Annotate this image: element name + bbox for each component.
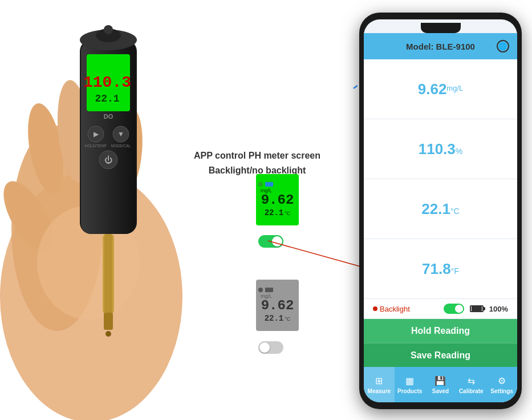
do-meter-device: 110.3 22.1 DO ▶ ▼ HOLD/TEMP MODE/CAL ⏻ [57,23,160,354]
main-scene: 110.3 22.1 DO ▶ ▼ HOLD/TEMP MODE/CAL ⏻ [0,0,532,420]
nav-label-products: Products [397,388,422,394]
backlight-toggle-thumb [455,305,463,313]
backlight-right-controls: 100% [444,304,508,314]
globe-icon[interactable]: 🌐 [497,40,509,52]
backlight-percentage: 100% [489,305,508,313]
lcd-preview-backlight-on: mg/L 9.62 22.1 °C [256,174,299,225]
backlight-label: Backlight [373,305,410,313]
bt-dot-green [258,182,263,187]
nav-label-measure: Measure [368,388,391,394]
products-icon: ▦ [405,375,414,386]
reading-do-unit: mg/L [446,87,463,96]
reading-fahrenheit-number: 71.8 [422,260,451,277]
svg-text:⏻: ⏻ [104,155,112,164]
nav-item-settings[interactable]: ⚙ Settings [486,367,517,402]
nav-settings-text: Settings [490,388,513,394]
nav-label-settings: Settings [490,388,513,394]
svg-text:▶: ▶ [94,130,99,138]
battery-icon [470,305,484,312]
nav-item-measure[interactable]: ⊞ Measure [364,367,395,402]
reading-percent-unit: % [456,147,462,156]
nav-item-calibrate[interactable]: ⇆ Calibrate [456,367,486,402]
svg-text:▼: ▼ [117,130,124,138]
svg-text:MODE/CAL: MODE/CAL [111,144,131,148]
app-header: Model: BLE-9100 🌐 [364,33,517,59]
mode-indicator-gray [265,288,273,292]
reading-row-celsius: 22.1°C [364,179,517,239]
mode-indicator [265,182,273,187]
saved-icon: 💾 [434,375,446,386]
center-text-line1: APP control PH meter screen [194,148,320,163]
measure-icon: ⊞ [375,375,383,386]
backlight-label-text: Backlight [380,305,410,313]
backlight-row: Backlight 100% [364,299,517,319]
bluetooth-connection-area: ⚡ Ƀ [182,11,297,80]
preview-green-value: 9.62 [261,193,294,207]
phone-notch-area [364,19,517,33]
battery-fill [472,306,482,311]
reading-celsius-unit: °C [450,207,460,216]
svg-point-12 [104,25,113,34]
svg-text:22.1: 22.1 [95,93,119,104]
hold-reading-button[interactable]: Hold Reading [364,319,517,343]
preview-green-temp-unit: °C [285,211,290,216]
svg-rect-27 [104,313,113,330]
svg-rect-26 [104,234,112,314]
reading-row-percent: 110.3% [364,119,517,179]
preview-gray-top-icons [258,288,273,292]
reading-percent-number: 110.3 [419,140,456,158]
reading-celsius-number: 22.1 [421,200,450,217]
calibrate-icon: ⇆ [468,375,475,386]
reading-fahrenheit-unit: °F [451,266,459,276]
preview-top-icons [258,182,273,187]
preview-gray-secondary: 22.1 [265,314,284,323]
svg-point-28 [105,331,111,337]
nav-item-saved[interactable]: 💾 Saved [425,367,456,402]
preview-green-val-text: 9.62 [261,192,294,208]
reading-do-number: 9.62 [418,80,447,98]
nav-label-calibrate: Calibrate [459,388,484,394]
preview-gray-value: 9.62 [261,299,294,313]
preview-green-secondary: 22.1 [265,208,284,217]
nav-label-saved: Saved [432,388,449,394]
preview-gray-val-text: 9.62 [261,298,294,313]
readings-area: 9.62mg/L 110.3% 22.1°C 71.8°F [364,59,517,299]
backlight-toggle[interactable] [444,304,464,314]
reading-value-fahrenheit: 71.8°F [422,260,459,278]
svg-text:DO: DO [104,113,113,120]
nav-saved-text: Saved [432,388,449,394]
hold-reading-label: Hold Reading [411,326,470,336]
phone-screen: Model: BLE-9100 🌐 9.62mg/L 110.3% [364,19,517,402]
save-reading-label: Save Reading [411,350,470,361]
reading-value-do: 9.62mg/L [418,80,464,98]
center-description: APP control PH meter screen Backlight/no… [194,148,320,177]
settings-icon: ⚙ [498,375,506,386]
phone-device: Model: BLE-9100 🌐 9.62mg/L 110.3% [359,13,522,409]
phone-notch [421,23,461,33]
toggle-track-off[interactable] [258,341,283,354]
nav-measure-text: Measure [368,388,391,394]
svg-line-35 [268,241,371,269]
svg-text:110.3: 110.3 [83,74,131,91]
nav-products-text: Products [397,388,422,394]
toggle-backlight-off[interactable] [258,341,283,354]
lcd-preview-backlight-off: mg/L 9.62 22.1 °C [256,280,299,331]
bt-dot-gray [258,288,263,292]
reading-value-percent: 110.3% [419,140,463,158]
reading-row-fahrenheit: 71.8°F [364,239,517,299]
reading-value-celsius: 22.1°C [421,200,459,218]
bottom-navigation: ⊞ Measure ▦ Products 💾 Saved [364,367,517,402]
nav-item-products[interactable]: ▦ Products [395,367,425,402]
svg-text:HOLD/TEMP: HOLD/TEMP [85,144,107,148]
reading-row-do: 9.62mg/L [364,59,517,119]
preview-gray-temp-unit: °C [285,316,290,322]
toggle-thumb-off [259,342,270,353]
save-reading-button[interactable]: Save Reading [364,343,517,367]
backlight-dot [373,306,377,311]
app-model-label: Model: BLE-9100 [406,42,475,51]
nav-calibrate-text: Calibrate [459,388,484,394]
